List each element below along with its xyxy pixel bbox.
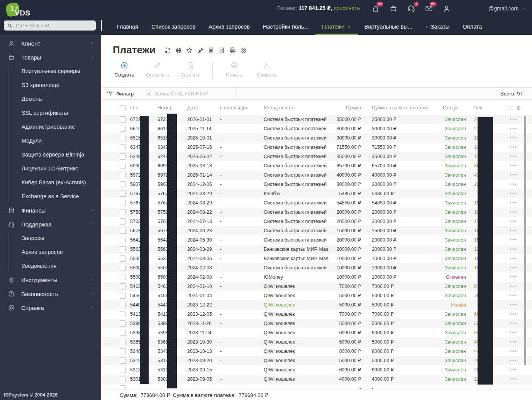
row-actions-button[interactable]: ••• [510,198,517,208]
column-header-amount-currency[interactable]: Сумма в валюте платежа [372,101,429,115]
table-row[interactable]: 576757672024-08-29-Кешбэк5485.00 ₽5485.0… [101,189,532,198]
row-checkbox[interactable] [120,153,126,160]
global-search-input[interactable]: Ctrl + Shift + M [4,20,96,31]
table-search-input[interactable]: Поиск CTRL+SHIFT+F [140,88,235,99]
table-row[interactable]: 539953992023-11-26-QIWI кошелёк5000.00 ₽… [101,319,532,328]
table-row-partial[interactable]: -- [101,384,532,390]
sidebar-subitem-защита-сервера-bitninja[interactable]: Защита сервера Bitninja [0,148,101,162]
globe-icon[interactable] [175,47,182,54]
row-actions-button[interactable]: ••• [510,133,517,143]
row-density-icon[interactable] [507,105,513,111]
row-checkbox[interactable] [120,320,126,327]
sidebar-subitem-виртуальные-серверы[interactable]: Виртуальные серверы [0,64,101,78]
sidebar-item-инструменты[interactable]: Инструменты [0,273,101,287]
tab-оплата[interactable]: Оплата [456,19,488,35]
table-row[interactable]: 550055002024-02-08-ЮMoney10000.00 ₽10000… [101,272,532,282]
row-checkbox[interactable] [120,293,126,299]
table-row[interactable]: 553555352024-03-05-Банковские карты: МИР… [101,254,532,263]
tab-настройки-поль-[interactable]: Настройки поль... [256,19,315,35]
row-actions-button[interactable]: ••• [510,124,517,133]
row-checkbox[interactable] [120,209,126,215]
column-header-id[interactable]: Id [130,101,141,115]
scroll-list-icon[interactable] [207,47,215,54]
mail-icon[interactable]: 9+ [424,3,434,14]
sidebar-item-поддержка[interactable]: Поддержка [0,217,101,231]
row-checkbox[interactable] [120,163,126,169]
row-checkbox[interactable] [120,255,126,262]
row-actions-button[interactable]: ••• [510,310,517,319]
pin-icon[interactable] [197,47,204,54]
table-row[interactable]: 530153012023-09-05-QIWI кошелёк4000.00 ₽… [101,374,532,384]
column-header-payer[interactable]: Плательщик [220,101,248,115]
row-checkbox[interactable] [120,200,126,206]
sidebar-item-справка[interactable]: Справка [0,301,101,315]
row-actions-button[interactable]: ••• [510,180,517,189]
table-row[interactable]: 651565152025-10-01-Система быстрых плате… [101,133,532,143]
table-row[interactable]: 575857582024-08-22-Система быстрых плате… [101,208,532,217]
table-row[interactable]: 531953192023-09-20-QIWI кошелёк5000.00 ₽… [101,356,532,365]
table-row[interactable]: 546354632024-01-10-QIWI кошелёк7000.00 ₽… [101,282,532,291]
row-actions-button[interactable]: ••• [510,143,517,152]
sidebar-subitem-уведомления[interactable]: Уведомления [0,259,101,273]
printer-icon[interactable] [229,47,236,54]
sidebar-subitem-домены[interactable]: Домены [0,92,101,106]
row-actions-button[interactable]: ••• [510,282,517,291]
row-actions-button[interactable]: ••• [510,356,517,365]
table-row[interactable]: 534853482023-10-13-QIWI кошелёк8000.00 ₽… [101,347,532,356]
row-checkbox[interactable] [120,283,126,289]
star-icon[interactable] [186,47,193,54]
row-checkbox[interactable] [120,339,126,345]
column-header-receipt[interactable]: Чек [474,101,482,115]
column-header-date[interactable]: Дата [187,101,198,115]
table-row[interactable]: 597259722025-01-14-Система быстрых плате… [101,170,532,180]
sidebar-subitem-лицензии-1с-битрикс[interactable]: Лицензии 1С-Битрикс [0,162,101,175]
table-row[interactable]: 545654562024-01-04-QIWI кошелёк5000.00 ₽… [101,291,532,300]
sidebar-subitem-архив-запросов[interactable]: Архив запросов [0,245,101,259]
tab-платежи[interactable]: Платежи✕ [315,19,358,35]
column-header-status[interactable]: Статус [443,101,458,115]
table-row[interactable]: 539853982023-11-24-QIWI кошелёк6000.00 ₽… [101,328,532,337]
row-checkbox[interactable] [120,265,126,271]
table-row[interactable]: 564256422024-05-30-Система быстрых плате… [101,235,532,245]
column-header-amount[interactable]: Сумма [310,101,361,115]
row-actions-button[interactable]: ••• [510,347,517,356]
row-checkbox[interactable] [120,385,126,390]
table-row[interactable]: 672267222026-01-01-Система быстрых плате… [101,115,532,124]
row-actions-button[interactable]: ••• [510,365,517,374]
row-actions-button[interactable]: ••• [510,319,517,328]
table-row[interactable]: 556355632024-03-29-Банковские карты: МИР… [101,245,532,254]
topup-link[interactable]: пополнить [334,5,360,11]
row-actions-button[interactable]: ••• [510,161,517,170]
row-actions-button[interactable]: ••• [510,374,517,384]
sidebar-subitem-модули[interactable]: Модули [0,134,101,148]
column-header-number[interactable]: Номер [158,101,172,115]
sidebar-subitem-администрирование[interactable]: Администрирование [0,120,101,134]
account-menu[interactable]: @gmail.com [488,5,527,12]
vertical-scrollbar[interactable] [524,116,526,365]
person-icon[interactable] [442,3,452,14]
tab-список-запросов[interactable]: Список запросов [145,19,202,35]
table-row[interactable]: 634763472025-07-16-Система быстрых плате… [101,143,532,152]
table-row[interactable]: 567356732024-06-23-Система быстрых плате… [101,226,532,235]
row-actions-button[interactable]: ••• [510,263,517,272]
sidebar-item-безопасность[interactable]: Безопасность [0,287,101,301]
table-row[interactable]: 576757672024-08-29-Система быстрых плате… [101,198,532,208]
table-row[interactable]: 541354132023-12-05-QIWI кошелёк7000.00 ₽… [101,310,532,319]
basket-icon[interactable] [388,3,398,14]
tab-заказы[interactable]: ›Заказы [419,19,456,35]
sidebar-subitem-exchange-as-a-service[interactable]: Exchange as a Service [0,189,101,203]
table-row[interactable]: 609060902025-03-18-Система быстрых плате… [101,161,532,170]
sidebar-subitem-s3-хранилище[interactable]: S3 хранилище [0,78,101,92]
close-tab-icon[interactable]: ✕ [348,25,351,29]
sidebar-subitem-ssl-сертификаты[interactable]: SSL сертификаты [0,106,101,120]
scroll-export-icon[interactable] [218,47,225,54]
bell-icon[interactable]: 9+ [371,3,381,14]
row-actions-button[interactable]: ••• [510,272,517,282]
row-actions-button[interactable]: ••• [510,328,517,337]
select-all-checkbox[interactable] [120,105,126,111]
row-actions-button[interactable]: ••• [510,254,517,263]
table-settings-gear-icon[interactable] [515,105,521,111]
row-checkbox[interactable] [120,191,126,197]
column-header-method[interactable]: Метод оплаты [264,101,296,115]
row-checkbox[interactable] [120,172,126,178]
